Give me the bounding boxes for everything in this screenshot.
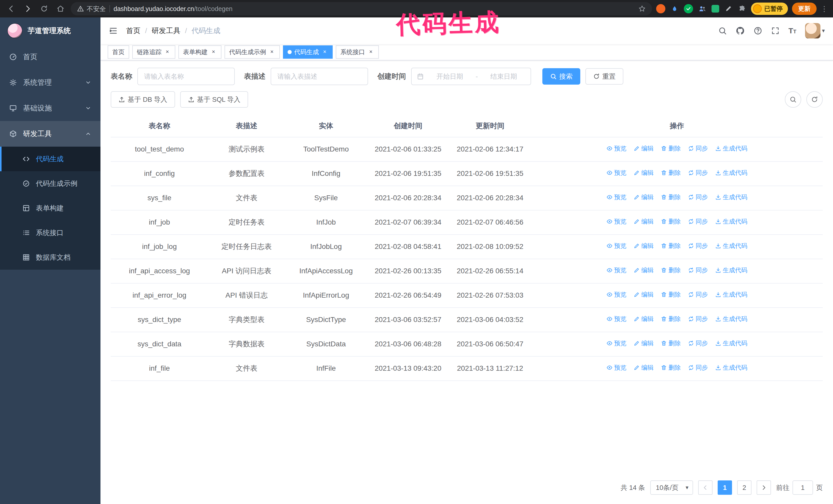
delete-link[interactable]: 删除 bbox=[661, 144, 681, 153]
prev-page-button[interactable] bbox=[698, 480, 713, 495]
sidebar-item-home[interactable]: 首页 bbox=[0, 44, 100, 70]
generate-code-link[interactable]: 生成代码 bbox=[715, 241, 747, 250]
generate-code-link[interactable]: 生成代码 bbox=[715, 290, 747, 299]
sidebar-item-system-management[interactable]: 系统管理 bbox=[0, 70, 100, 95]
import-sql-button[interactable]: 基于 SQL 导入 bbox=[180, 91, 248, 108]
sidebar-item-database-doc[interactable]: 数据库文档 bbox=[0, 245, 100, 270]
delete-link[interactable]: 删除 bbox=[661, 315, 681, 323]
sync-link[interactable]: 同步 bbox=[688, 339, 708, 348]
font-size-button[interactable]: TT bbox=[788, 26, 796, 35]
close-icon[interactable]: × bbox=[210, 49, 217, 55]
table-name-input[interactable] bbox=[137, 68, 235, 85]
extension-icon-5[interactable] bbox=[712, 5, 719, 13]
extension-icon-3[interactable] bbox=[684, 4, 693, 13]
sync-link[interactable]: 同步 bbox=[688, 363, 708, 372]
close-icon[interactable]: × bbox=[164, 49, 171, 55]
generate-code-link[interactable]: 生成代码 bbox=[715, 193, 747, 202]
sidebar-logo[interactable]: 芋道管理系统 bbox=[0, 18, 100, 44]
search-button[interactable]: 搜索 bbox=[542, 68, 580, 85]
generate-code-link[interactable]: 生成代码 bbox=[715, 217, 747, 226]
sidebar-item-system-api[interactable]: 系统接口 bbox=[0, 220, 100, 245]
sync-link[interactable]: 同步 bbox=[688, 193, 708, 202]
sidebar-item-code-generation[interactable]: 代码生成 bbox=[0, 147, 100, 171]
breadcrumb-dev-tools[interactable]: 研发工具 bbox=[152, 26, 181, 35]
delete-link[interactable]: 删除 bbox=[661, 290, 681, 299]
help-button[interactable] bbox=[754, 26, 762, 35]
toggle-search-button[interactable] bbox=[785, 91, 801, 108]
generate-code-link[interactable]: 生成代码 bbox=[715, 168, 747, 177]
edit-link[interactable]: 编辑 bbox=[634, 144, 653, 153]
preview-link[interactable]: 预览 bbox=[606, 217, 626, 226]
breadcrumb-home[interactable]: 首页 bbox=[126, 26, 140, 35]
delete-link[interactable]: 删除 bbox=[661, 266, 681, 275]
edit-link[interactable]: 编辑 bbox=[634, 363, 653, 372]
sync-link[interactable]: 同步 bbox=[688, 168, 708, 177]
reset-button[interactable]: 重置 bbox=[586, 68, 623, 85]
user-menu[interactable]: ▾ bbox=[805, 23, 825, 39]
extension-icon-4[interactable] bbox=[698, 4, 707, 13]
browser-home-button[interactable] bbox=[54, 3, 67, 15]
profile-paused-badge[interactable]: 已暂停 bbox=[751, 3, 788, 15]
sidebar-item-form-builder[interactable]: 表单构建 bbox=[0, 196, 100, 220]
generate-code-link[interactable]: 生成代码 bbox=[715, 144, 747, 153]
sidebar-item-dev-tools[interactable]: 研发工具 bbox=[0, 121, 100, 147]
import-db-button[interactable]: 基于 DB 导入 bbox=[111, 91, 175, 108]
browser-forward-button[interactable] bbox=[22, 3, 34, 15]
github-link[interactable] bbox=[736, 26, 745, 35]
preview-link[interactable]: 预览 bbox=[606, 363, 626, 372]
sync-link[interactable]: 同步 bbox=[688, 217, 708, 226]
extension-icon-1[interactable] bbox=[656, 4, 665, 13]
sync-link[interactable]: 同步 bbox=[688, 315, 708, 323]
next-page-button[interactable] bbox=[757, 480, 771, 495]
tab-codegen-example[interactable]: 代码生成示例× bbox=[224, 45, 280, 59]
close-icon[interactable]: × bbox=[367, 49, 374, 55]
preview-link[interactable]: 预览 bbox=[606, 144, 626, 153]
delete-link[interactable]: 删除 bbox=[661, 339, 681, 348]
preview-link[interactable]: 预览 bbox=[606, 241, 626, 250]
goto-page-input[interactable] bbox=[792, 480, 813, 495]
edit-link[interactable]: 编辑 bbox=[634, 193, 653, 202]
address-bar[interactable]: 不安全 dashboard.yudao.iocoder.cn/tool/code… bbox=[71, 2, 652, 16]
tab-form-builder[interactable]: 表单构建× bbox=[178, 45, 221, 59]
sidebar-item-infrastructure[interactable]: 基础设施 bbox=[0, 95, 100, 121]
sync-link[interactable]: 同步 bbox=[688, 241, 708, 250]
generate-code-link[interactable]: 生成代码 bbox=[715, 315, 747, 323]
close-icon[interactable]: × bbox=[322, 49, 328, 55]
generate-code-link[interactable]: 生成代码 bbox=[715, 266, 747, 275]
edit-link[interactable]: 编辑 bbox=[634, 266, 653, 275]
delete-link[interactable]: 删除 bbox=[661, 241, 681, 250]
refresh-table-button[interactable] bbox=[806, 91, 823, 108]
preview-link[interactable]: 预览 bbox=[606, 266, 626, 275]
delete-link[interactable]: 删除 bbox=[661, 193, 681, 202]
browser-back-button[interactable] bbox=[5, 3, 18, 15]
delete-link[interactable]: 删除 bbox=[661, 217, 681, 226]
header-search-button[interactable] bbox=[718, 26, 727, 35]
date-range-picker[interactable]: 开始日期 - 结束日期 bbox=[411, 68, 531, 85]
page-button-2[interactable]: 2 bbox=[737, 480, 752, 495]
edit-link[interactable]: 编辑 bbox=[634, 315, 653, 323]
browser-update-button[interactable]: 更新 bbox=[792, 3, 816, 15]
page-size-select[interactable]: 10条/页 ▾ bbox=[650, 480, 693, 495]
page-button-1[interactable]: 1 bbox=[718, 480, 732, 495]
preview-link[interactable]: 预览 bbox=[606, 290, 626, 299]
generate-code-link[interactable]: 生成代码 bbox=[715, 339, 747, 348]
delete-link[interactable]: 删除 bbox=[661, 363, 681, 372]
extensions-puzzle-icon[interactable] bbox=[738, 4, 747, 13]
sidebar-toggle-button[interactable] bbox=[109, 26, 118, 35]
tab-code-generation[interactable]: 代码生成× bbox=[283, 45, 333, 59]
sync-link[interactable]: 同步 bbox=[688, 290, 708, 299]
edit-link[interactable]: 编辑 bbox=[634, 168, 653, 177]
fullscreen-button[interactable] bbox=[771, 26, 780, 35]
edit-link[interactable]: 编辑 bbox=[634, 241, 653, 250]
tab-system-api[interactable]: 系统接口× bbox=[336, 45, 379, 59]
edit-link[interactable]: 编辑 bbox=[634, 290, 653, 299]
sync-link[interactable]: 同步 bbox=[688, 266, 708, 275]
preview-link[interactable]: 预览 bbox=[606, 168, 626, 177]
preview-link[interactable]: 预览 bbox=[606, 339, 626, 348]
edit-link[interactable]: 编辑 bbox=[634, 339, 653, 348]
table-desc-input[interactable] bbox=[271, 68, 368, 85]
security-indicator[interactable]: 不安全 bbox=[77, 5, 106, 13]
generate-code-link[interactable]: 生成代码 bbox=[715, 363, 747, 372]
extension-icon-6[interactable] bbox=[724, 4, 733, 13]
preview-link[interactable]: 预览 bbox=[606, 193, 626, 202]
